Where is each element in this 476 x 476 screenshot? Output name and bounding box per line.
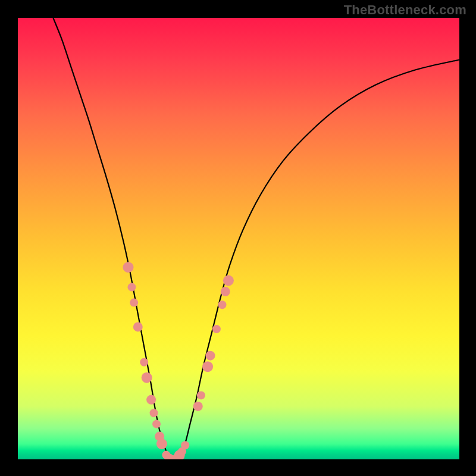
data-point — [127, 283, 136, 292]
data-point — [181, 441, 189, 449]
chart-frame: TheBottleneck.com — [0, 0, 476, 476]
watermark-label: TheBottleneck.com — [344, 2, 466, 18]
data-point — [197, 391, 205, 399]
data-point — [146, 395, 156, 405]
data-point — [156, 439, 167, 449]
data-point — [123, 262, 134, 273]
data-point — [221, 287, 230, 296]
data-point — [133, 322, 143, 331]
data-point — [193, 402, 203, 411]
data-point — [212, 325, 221, 333]
plot-area — [18, 18, 459, 459]
data-points — [123, 262, 234, 459]
data-point — [218, 300, 227, 309]
chart-svg — [18, 18, 459, 459]
bottleneck-curve — [53, 18, 459, 459]
data-point — [150, 409, 158, 417]
data-point — [152, 420, 161, 428]
data-point — [223, 275, 234, 286]
data-point — [130, 299, 138, 307]
data-point — [206, 351, 215, 361]
data-point — [202, 361, 213, 372]
data-point — [140, 358, 148, 367]
data-point — [142, 372, 152, 383]
